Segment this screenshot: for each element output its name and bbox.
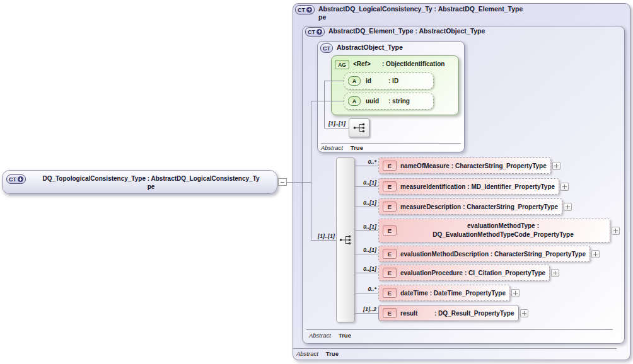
element-icon: E xyxy=(383,288,397,298)
expand-icon[interactable] xyxy=(564,203,572,211)
cardinality-label: 0..[1] xyxy=(363,266,376,272)
expand-icon[interactable] xyxy=(551,269,559,277)
element-icon: E xyxy=(383,308,397,318)
abstract-value: True xyxy=(326,350,339,357)
schema-diagram: CT AbstractDQ_LogicalConsistency_Ty : Ab… xyxy=(0,0,633,364)
connector-line: 0..[1] xyxy=(355,273,378,273)
cardinality-label: 0..[1] xyxy=(363,179,376,186)
complextype-icon-label: CT xyxy=(308,29,315,35)
element-type: : DQ_Result_PropertyType xyxy=(434,310,514,317)
cardinality-label: 0..* xyxy=(368,159,376,165)
element-type: : CharacterString_PropertyType xyxy=(451,162,547,169)
complextype-icon-label: CT xyxy=(298,7,305,13)
attribute-type: : string xyxy=(388,98,410,105)
expand-icon[interactable] xyxy=(591,250,600,258)
abstract-value: True xyxy=(351,144,363,151)
element-box[interactable]: E nameOfMeasure: CharacterString_Propert… xyxy=(378,157,551,174)
element-name: evaluationProcedure xyxy=(400,270,463,276)
left-box-title-line1: DQ_TopologicalConsistency_Type : Abstrac… xyxy=(29,174,273,183)
element-name: dateTime xyxy=(400,290,428,297)
expand-icon[interactable] xyxy=(612,227,620,235)
connector-line: 0..[1] xyxy=(355,207,378,207)
element-icon-label: E xyxy=(388,162,392,169)
cardinality-label: 0..[1] xyxy=(363,200,376,206)
outer-panel-title-line1: AbstractDQ_LogicalConsistency_Ty : Abstr… xyxy=(318,5,523,13)
connector-line xyxy=(311,240,336,241)
complextype-icon-label: CT xyxy=(323,45,330,52)
attribute-row-id[interactable]: A id : ID xyxy=(344,72,434,89)
inner-panel-title: AbstractDQ_Element_Type : AbstractObject… xyxy=(328,27,485,35)
separator xyxy=(306,329,613,330)
connector-line xyxy=(286,182,311,183)
complextype-icon: CT xyxy=(305,27,325,37)
object-box-footer: Abstract True xyxy=(321,144,363,151)
outer-panel-title-line2: pe xyxy=(318,13,523,21)
outer-panel-footer: Abstract True xyxy=(296,350,339,357)
attribute-type: : ID xyxy=(388,77,398,84)
element-box[interactable]: E measureDescription: CharacterString_Pr… xyxy=(378,198,562,215)
connector-line xyxy=(311,101,324,101)
connector-line xyxy=(324,101,345,101)
abstract-label: Abstract xyxy=(321,144,343,151)
attribute-name: uuid xyxy=(366,98,383,105)
element-icon-label: E xyxy=(388,227,392,234)
derived-plus-icon xyxy=(316,29,322,35)
connector-line: 0..* xyxy=(355,166,378,166)
element-icon-label: E xyxy=(388,251,392,258)
sequence-glyph xyxy=(352,122,366,134)
inner-panel-header: CT AbstractDQ_Element_Type : AbstractObj… xyxy=(305,27,485,37)
collapse-icon[interactable] xyxy=(278,178,287,186)
element-icon: E xyxy=(383,181,397,191)
element-icon-label: E xyxy=(388,310,392,317)
element-box[interactable]: E result: DQ_Result_PropertyType xyxy=(378,305,519,321)
abstract-label: Abstract xyxy=(309,332,331,339)
object-box-header: CT AbstractObject_Type xyxy=(320,43,403,53)
element-box[interactable]: E evaluationProcedure: CI_Citation_Prope… xyxy=(378,264,550,281)
element-icon: E xyxy=(383,161,397,171)
element-name: evaluationMethodType xyxy=(467,222,535,229)
complextype-icon: CT xyxy=(320,43,333,53)
attribute-icon-label: A xyxy=(352,98,357,105)
element-icon: E xyxy=(383,249,397,259)
cardinality-label: 0..* xyxy=(368,286,376,292)
expand-icon[interactable] xyxy=(552,162,560,170)
connector-line xyxy=(324,128,349,128)
separator xyxy=(321,143,461,144)
connector-line: 0..[1] xyxy=(355,230,378,231)
connector-line xyxy=(311,101,311,240)
cardinality-label: 0..[1] xyxy=(363,224,376,230)
separator xyxy=(293,348,617,349)
element-name: measureDescription xyxy=(400,203,461,210)
element-type: : CI_Citation_PropertyType xyxy=(465,270,545,276)
attribute-row-uuid[interactable]: A uuid : string xyxy=(344,93,434,110)
attribute-icon: A xyxy=(348,76,361,86)
derived-plus-icon xyxy=(18,176,23,182)
element-box[interactable]: E measureIdentification: MD_Identifier_P… xyxy=(378,178,559,195)
outer-panel-title: AbstractDQ_LogicalConsistency_Ty : Abstr… xyxy=(318,5,523,21)
cardinality-label: [1]..2 xyxy=(363,306,376,312)
element-type: : CharacterString_PropertyType xyxy=(491,251,586,258)
element-type: : MD_Identifier_PropertyType xyxy=(467,183,555,190)
element-box[interactable]: E evaluationMethodType: DQ_EvaluationMet… xyxy=(378,219,610,242)
expand-icon[interactable] xyxy=(560,183,569,191)
attribute-group-type: : ObjectIdentification xyxy=(382,60,444,67)
attribute-group-ref: <Ref> xyxy=(353,60,382,68)
object-box-title: AbstractObject_Type xyxy=(337,43,403,52)
expand-icon[interactable] xyxy=(511,289,520,297)
element-type: : CharacterString_PropertyType xyxy=(463,203,558,210)
connector-line: 0..* xyxy=(355,293,378,293)
element-name: evaluationMethodDescription xyxy=(400,251,489,258)
element-box[interactable]: E dateTime: DateTime_PropertyType xyxy=(378,285,510,301)
element-name: result xyxy=(400,310,434,317)
element-type: : DateTime_PropertyType xyxy=(430,290,506,297)
sequence-compositor-icon xyxy=(349,118,369,137)
sequence-cardinality-label: [1]..[1] xyxy=(316,233,335,239)
element-name: measureIdentification xyxy=(400,183,465,190)
expand-icon[interactable] xyxy=(520,309,528,317)
element-box[interactable]: E evaluationMethodDescription: Character… xyxy=(378,246,590,262)
attribute-group-header[interactable]: AG <Ref>: ObjectIdentification xyxy=(335,60,444,69)
connector-line xyxy=(324,81,345,81)
cardinality-label: 0..[1] xyxy=(363,247,376,253)
dq-topologicalconsistency-type-box[interactable]: CT DQ_TopologicalConsistency_Type : Abst… xyxy=(2,170,277,194)
sequence-glyph xyxy=(338,234,353,246)
